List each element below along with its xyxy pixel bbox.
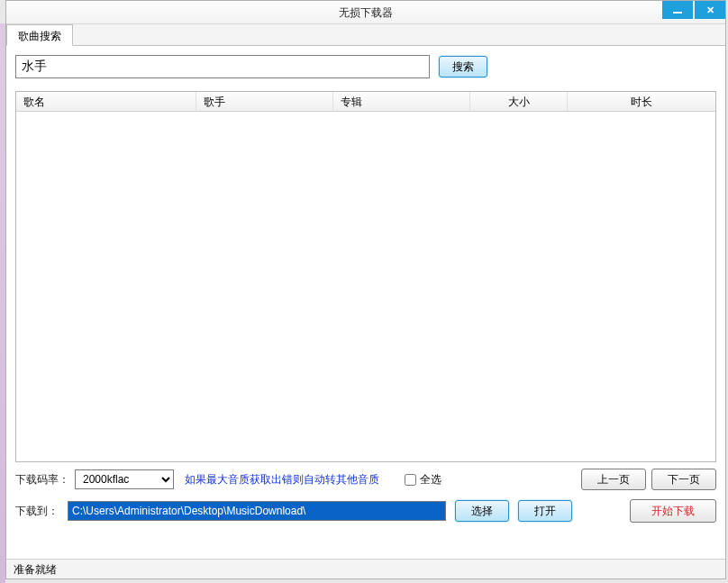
- col-album[interactable]: 专辑: [333, 92, 470, 111]
- start-download-button[interactable]: 开始下载: [630, 499, 716, 523]
- bitrate-label: 下载码率：: [15, 472, 69, 487]
- minimize-button[interactable]: [662, 1, 693, 19]
- open-path-button[interactable]: 打开: [518, 500, 572, 522]
- status-text: 准备就绪: [14, 563, 57, 576]
- search-row: 搜索: [15, 55, 716, 78]
- col-songname[interactable]: 歌名: [16, 92, 196, 111]
- download-path-input[interactable]: [68, 501, 446, 521]
- tabstrip: 歌曲搜索: [6, 24, 725, 46]
- list-body[interactable]: [16, 112, 715, 461]
- statusbar: 准备就绪: [6, 559, 725, 578]
- select-all-wrap[interactable]: 全选: [405, 472, 441, 487]
- window-title: 无损下载器: [339, 5, 393, 21]
- search-button[interactable]: 搜索: [439, 56, 487, 77]
- download-row: 下载到： 选择 打开 开始下载: [15, 498, 716, 524]
- search-input[interactable]: [15, 55, 430, 78]
- choose-path-button[interactable]: 选择: [455, 500, 509, 522]
- options-row: 下载码率： 2000kflac 如果最大音质获取出错则自动转其他音质 全选 上一…: [15, 468, 716, 491]
- prev-page-button[interactable]: 上一页: [581, 469, 646, 490]
- list-header: 歌名 歌手 专辑 大小 时长: [16, 92, 715, 112]
- download-to-label: 下载到：: [15, 504, 59, 519]
- content-area: 搜索 歌名 歌手 专辑 大小 时长 下载码率： 2000kflac 如果最大音质…: [6, 46, 725, 524]
- select-all-label: 全选: [420, 472, 441, 487]
- bitrate-select[interactable]: 2000kflac: [75, 469, 174, 489]
- results-list: 歌名 歌手 专辑 大小 时长: [15, 91, 716, 462]
- tab-song-search[interactable]: 歌曲搜索: [6, 24, 73, 46]
- bitrate-hint: 如果最大音质获取出错则自动转其他音质: [185, 472, 379, 487]
- col-duration[interactable]: 时长: [568, 92, 715, 111]
- main-window: 无损下载器 歌曲搜索 搜索 歌名 歌手 专辑 大小 时长 下载码率： 2: [5, 0, 726, 579]
- next-page-button[interactable]: 下一页: [651, 469, 716, 490]
- col-size[interactable]: 大小: [470, 92, 568, 111]
- select-all-checkbox[interactable]: [405, 474, 416, 486]
- close-button[interactable]: [695, 1, 725, 19]
- titlebar[interactable]: 无损下载器: [6, 1, 725, 24]
- col-singer[interactable]: 歌手: [196, 92, 333, 111]
- window-controls: [660, 1, 725, 19]
